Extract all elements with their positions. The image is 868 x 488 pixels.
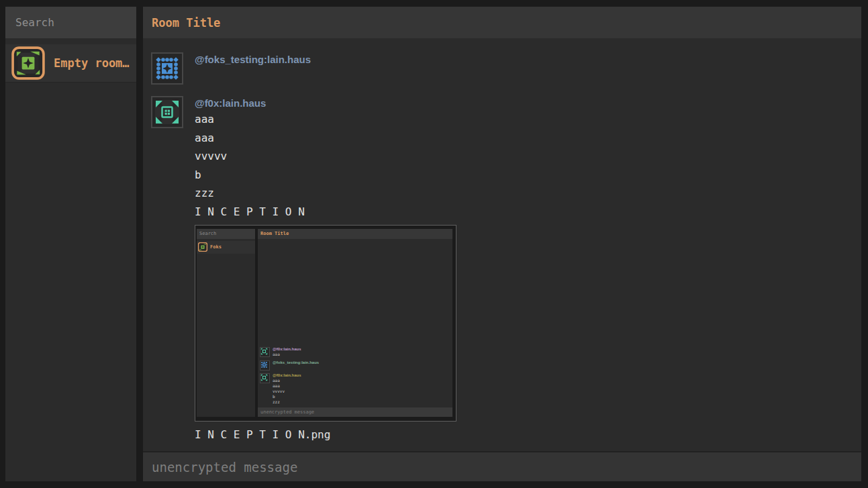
message-line: vvvvv — [195, 147, 456, 166]
inception-avatar-blue-identicon-icon — [260, 360, 270, 371]
inception-message-line: aaa — [273, 383, 301, 389]
inception-message-input: unencrypted message — [258, 407, 452, 417]
image-attachment-inception-screenshot[interactable]: Search Foks — [195, 225, 456, 422]
inception-message-line: vvvvv — [273, 389, 301, 394]
inception-room-list-item: Foks — [197, 241, 255, 254]
inception-sender-name: @foks_testing:lain.haus — [273, 360, 319, 365]
room-header: Room Title — [143, 7, 861, 38]
message-line: zzz — [195, 184, 456, 203]
avatar-teal-identicon-icon — [151, 96, 183, 128]
room-avatar-green-identicon-icon — [11, 46, 45, 80]
inception-message: @f0x:lain.haus aaa aaa vvvvv b zzz — [260, 373, 301, 405]
inception-search-input: Search — [197, 229, 255, 239]
inception-sender-name: @f0x:lain.haus — [273, 373, 301, 378]
message-line: I N C E P T I O N — [195, 203, 456, 222]
search-input[interactable] — [5, 7, 136, 38]
message: @foks_testing:lain.haus — [151, 52, 311, 85]
message-input[interactable] — [143, 452, 861, 481]
avatar-blue-identicon-icon — [151, 52, 183, 85]
inception-avatar-teal-identicon-icon — [260, 347, 270, 357]
room-list-item[interactable]: Empty room… — [5, 44, 136, 83]
inception-message-line: zzz — [273, 399, 301, 405]
inception-room-title: Room Title — [258, 229, 452, 239]
sidebar: Empty room… — [5, 7, 136, 481]
composer — [143, 451, 861, 481]
inception-message: @foks_testing:lain.haus — [260, 360, 319, 371]
inception-message-line: b — [273, 394, 301, 399]
main-panel: Room Title @fo — [143, 7, 861, 481]
room-name: Empty room… — [54, 56, 130, 70]
message-line: aaa — [195, 110, 456, 129]
inception-message-line: aaa — [273, 378, 301, 383]
inception-main-panel: Room Title @f0x — [258, 229, 452, 417]
message-line: aaa — [195, 129, 456, 148]
message-body: aaa aaa vvvvv b zzz I N C E P T I O N — [195, 110, 456, 222]
message-line: b — [195, 166, 456, 185]
attachment-filename: I N C E P T I O N.png — [195, 426, 456, 444]
message-list: @foks_testing:lain.haus — [143, 38, 861, 451]
inception-avatar-teal-identicon-icon — [260, 373, 270, 383]
room-title: Room Title — [152, 16, 220, 30]
sender-name: @f0x:lain.haus — [195, 97, 456, 109]
inception-room-avatar-green-identicon-icon — [198, 242, 207, 252]
inception-message: @f0x:lain.haus aaa — [260, 347, 301, 357]
sender-name: @foks_testing:lain.haus — [195, 54, 311, 65]
inception-room-name: Foks — [210, 244, 222, 250]
inception-sender-name: @f0x:lain.haus — [273, 347, 301, 352]
inception-sidebar: Search Foks — [197, 229, 255, 417]
inception-message-line: aaa — [273, 352, 301, 357]
message: @f0x:lain.haus aaa aaa vvvvv b zzz I N C… — [151, 96, 456, 444]
